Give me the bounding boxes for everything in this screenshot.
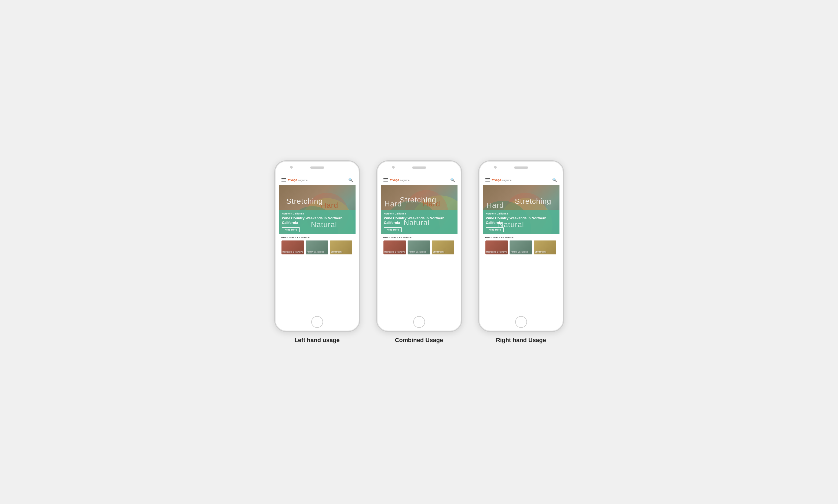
phone-bottom-bar [479, 313, 563, 331]
topic-card-0[interactable]: Romantic Getaways [383, 240, 406, 254]
camera-dot [290, 166, 293, 169]
topic-label: Family Vacations [307, 251, 324, 253]
speaker-slot [310, 166, 324, 169]
topics-row: Romantic GetawaysFamily VacationsCity Br… [485, 240, 557, 254]
topic-card-2[interactable]: City Breaks [534, 240, 556, 254]
topic-label: City Breaks [433, 251, 444, 253]
category-label: Northern California [384, 212, 454, 215]
topic-label: City Breaks [331, 251, 343, 253]
home-button[interactable] [515, 316, 527, 328]
phones-row: trivago magazine🔍Northern CaliforniaWine… [274, 160, 564, 344]
topic-card-1[interactable]: Family Vacations [305, 240, 328, 254]
header-left: trivago magazine [281, 178, 308, 181]
hero-area: Northern CaliforniaWine Country Weekends… [279, 185, 355, 234]
popular-section: MOST POPULAR TOPICSRomantic GetawaysFami… [381, 234, 457, 256]
phone-screen-center: trivago magazine🔍Northern CaliforniaWine… [381, 175, 457, 313]
topic-card-1[interactable]: Family Vacations [509, 240, 532, 254]
article-title: Wine Country Weekends in Northern Califo… [486, 216, 556, 225]
popular-section-title: MOST POPULAR TOPICS [383, 236, 455, 239]
speaker-slot [412, 166, 426, 169]
app-screen: trivago magazine🔍Northern CaliforniaWine… [483, 175, 559, 313]
topic-label: Family Vacations [511, 251, 528, 253]
app-screen: trivago magazine🔍Northern CaliforniaWine… [381, 175, 457, 313]
speaker-slot [514, 166, 528, 169]
topic-label: City Breaks [535, 251, 546, 253]
topic-label: Romantic Getaways [282, 251, 303, 253]
article-title: Wine Country Weekends in Northern Califo… [282, 216, 352, 225]
app-screen: trivago magazine🔍Northern CaliforniaWine… [279, 175, 355, 313]
phone-label-right: Right hand Usage [496, 337, 546, 344]
phone-bottom-bar [275, 313, 359, 331]
popular-section-title: MOST POPULAR TOPICS [281, 236, 353, 239]
app-header: trivago magazine🔍 [483, 175, 559, 185]
topics-row: Romantic GetawaysFamily VacationsCity Br… [281, 240, 353, 254]
search-icon[interactable]: 🔍 [552, 178, 557, 182]
category-label: Northern California [486, 212, 556, 215]
phone-top-bar [275, 161, 359, 175]
article-card: Northern CaliforniaWine Country Weekends… [483, 210, 559, 234]
phone-container-left: trivago magazine🔍Northern CaliforniaWine… [274, 160, 360, 344]
trivago-logo: trivago magazine [492, 178, 511, 181]
phone-shell-right: trivago magazine🔍Northern CaliforniaWine… [478, 160, 564, 332]
app-header: trivago magazine🔍 [381, 175, 457, 185]
phone-bottom-bar [377, 313, 461, 331]
article-card: Northern CaliforniaWine Country Weekends… [279, 210, 355, 234]
phone-screen-right: trivago magazine🔍Northern CaliforniaWine… [483, 175, 559, 313]
phone-container-right: trivago magazine🔍Northern CaliforniaWine… [478, 160, 564, 344]
article-card: Northern CaliforniaWine Country Weekends… [381, 210, 457, 234]
phone-container-center: trivago magazine🔍Northern CaliforniaWine… [376, 160, 462, 344]
topic-label: Romantic Getaways [487, 251, 507, 253]
topic-card-2[interactable]: City Breaks [330, 240, 352, 254]
hamburger-icon[interactable] [485, 178, 490, 181]
read-more-button[interactable]: Read More [282, 227, 300, 232]
phone-label-left: Left hand usage [294, 337, 340, 344]
camera-dot [494, 166, 497, 169]
topics-row: Romantic GetawaysFamily VacationsCity Br… [383, 240, 455, 254]
hamburger-icon[interactable] [383, 178, 388, 181]
category-label: Northern California [282, 212, 352, 215]
popular-section-title: MOST POPULAR TOPICS [485, 236, 557, 239]
trivago-logo: trivago magazine [390, 178, 409, 181]
read-more-button[interactable]: Read More [486, 227, 504, 232]
trivago-logo: trivago magazine [288, 178, 308, 181]
phone-shell-left: trivago magazine🔍Northern CaliforniaWine… [274, 160, 360, 332]
phone-label-center: Combined Usage [395, 337, 443, 344]
topic-card-1[interactable]: Family Vacations [407, 240, 430, 254]
topic-label: Family Vacations [409, 251, 426, 253]
search-icon[interactable]: 🔍 [348, 178, 353, 182]
header-left: trivago magazine [383, 178, 409, 181]
header-left: trivago magazine [485, 178, 511, 181]
topic-card-0[interactable]: Romantic Getaways [485, 240, 508, 254]
hero-area: Northern CaliforniaWine Country Weekends… [381, 185, 457, 234]
hero-area: Northern CaliforniaWine Country Weekends… [483, 185, 559, 234]
camera-dot [392, 166, 395, 169]
topic-label: Romantic Getaways [385, 251, 405, 253]
home-button[interactable] [413, 316, 425, 328]
popular-section: MOST POPULAR TOPICSRomantic GetawaysFami… [279, 234, 355, 256]
topic-card-0[interactable]: Romantic Getaways [281, 240, 304, 254]
search-icon[interactable]: 🔍 [450, 178, 455, 182]
phone-top-bar [479, 161, 563, 175]
read-more-button[interactable]: Read More [384, 227, 402, 232]
phone-screen-left: trivago magazine🔍Northern CaliforniaWine… [279, 175, 355, 313]
app-header: trivago magazine🔍 [279, 175, 355, 185]
home-button[interactable] [311, 316, 323, 328]
hamburger-icon[interactable] [281, 178, 286, 181]
phone-top-bar [377, 161, 461, 175]
topic-card-2[interactable]: City Breaks [432, 240, 454, 254]
popular-section: MOST POPULAR TOPICSRomantic GetawaysFami… [483, 234, 559, 256]
phone-shell-center: trivago magazine🔍Northern CaliforniaWine… [376, 160, 462, 332]
article-title: Wine Country Weekends in Northern Califo… [384, 216, 454, 225]
